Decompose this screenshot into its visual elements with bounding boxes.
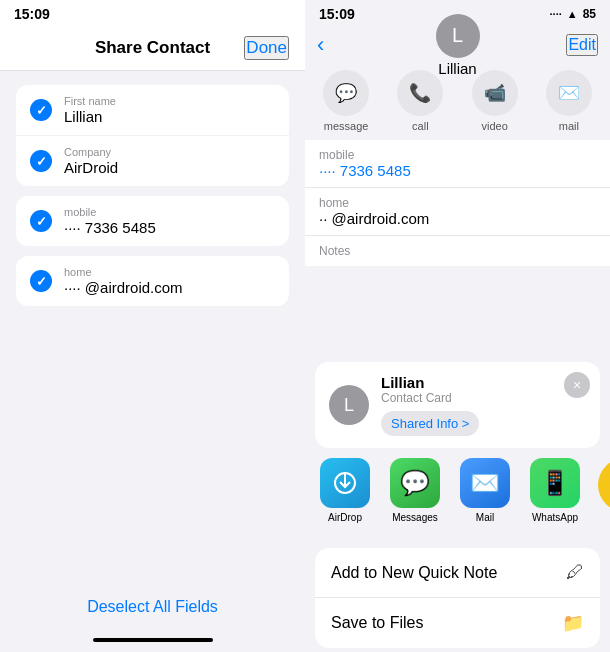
first-name-value: Lillian	[64, 108, 116, 125]
contact-avatar: L	[436, 14, 480, 58]
name-company-card: ✓ First name Lillian ✓ Company AirDroid	[16, 85, 289, 186]
first-name-checkbox[interactable]: ✓	[30, 99, 52, 121]
company-field: ✓ Company AirDroid	[16, 136, 289, 186]
left-status-bar: 15:09	[0, 0, 305, 28]
left-status-time: 15:09	[14, 6, 50, 22]
rainy-avatar: 🎅 👻	[598, 458, 610, 512]
share-card-subtitle: Contact Card	[381, 391, 479, 405]
quick-note-icon: 🖊	[566, 562, 584, 583]
call-icon: 📞	[397, 70, 443, 116]
right-panel: 15:09 ···· ▲ 85 ‹ L Lillian Edit 💬 messa…	[305, 0, 610, 652]
phone-value: ···· 7336 5485	[64, 219, 156, 236]
deselect-all-button[interactable]: Deselect All Fields	[87, 598, 218, 616]
mobile-label: mobile	[319, 148, 596, 162]
mail-app-label: Mail	[476, 512, 494, 523]
mobile-value[interactable]: ···· 7336 5485	[319, 162, 596, 179]
home-label: home	[319, 196, 596, 210]
phone-card: ✓ mobile ···· 7336 5485	[16, 196, 289, 246]
airdrop-app[interactable]: AirDrop	[315, 458, 375, 538]
email-info: home ···· @airdroid.com	[64, 266, 183, 296]
checkmark-icon: ✓	[36, 274, 47, 289]
notes-label: Notes	[319, 244, 596, 258]
home-row: home ·· @airdroid.com	[305, 188, 610, 236]
home-value[interactable]: ·· @airdroid.com	[319, 210, 596, 227]
left-header: Share Contact Done	[0, 28, 305, 71]
left-bottom: Deselect All Fields	[0, 582, 305, 632]
share-contact-title: Share Contact	[95, 38, 210, 58]
checkmark-icon: ✓	[36, 103, 47, 118]
mail-icon: ✉️	[546, 70, 592, 116]
first-name-info: First name Lillian	[64, 95, 116, 125]
messages-app[interactable]: 💬 Messages	[385, 458, 445, 538]
airdrop-icon	[320, 458, 370, 508]
contact-detail-list: mobile ···· 7336 5485 home ·· @airdroid.…	[305, 140, 610, 266]
share-sheet: L Lillian Contact Card Shared Info > × A…	[305, 352, 610, 652]
company-checkbox[interactable]: ✓	[30, 150, 52, 172]
company-label: Company	[64, 146, 118, 158]
email-card: ✓ home ···· @airdroid.com	[16, 256, 289, 306]
left-content: ✓ First name Lillian ✓ Company AirDroid	[0, 71, 305, 582]
contact-header: ‹ L Lillian Edit	[305, 28, 610, 64]
contact-name: Lillian	[438, 60, 476, 77]
add-quick-note-label: Add to New Quick Note	[331, 564, 497, 582]
signal-icon: ····	[550, 8, 562, 20]
video-label: video	[481, 120, 507, 132]
save-to-files-item[interactable]: Save to Files 📁	[315, 598, 600, 648]
share-card-header: L Lillian Contact Card Shared Info > ×	[315, 362, 600, 448]
share-initial: L	[344, 395, 354, 416]
mobile-row: mobile ···· 7336 5485	[305, 140, 610, 188]
share-close-button[interactable]: ×	[564, 372, 590, 398]
airdrop-label: AirDrop	[328, 512, 362, 523]
share-card-name: Lillian	[381, 374, 479, 391]
share-card-info: Lillian Contact Card Shared Info >	[381, 374, 479, 436]
checkmark-icon: ✓	[36, 154, 47, 169]
battery-icon: 85	[583, 7, 596, 21]
app-row: AirDrop 💬 Messages ✉️ Mail 📱 WhatsApp	[305, 448, 610, 542]
contact-name-center: L Lillian	[436, 14, 480, 77]
mail-app-icon: ✉️	[460, 458, 510, 508]
back-button[interactable]: ‹	[317, 34, 324, 56]
phone-field: ✓ mobile ···· 7336 5485	[16, 196, 289, 246]
mail-label: mail	[559, 120, 579, 132]
add-quick-note-item[interactable]: Add to New Quick Note 🖊	[315, 548, 600, 598]
contact-initial: L	[452, 24, 463, 47]
email-value: ···· @airdroid.com	[64, 279, 183, 296]
whatsapp-app[interactable]: 📱 WhatsApp	[525, 458, 585, 538]
email-checkbox[interactable]: ✓	[30, 270, 52, 292]
email-label: home	[64, 266, 183, 278]
message-label: message	[324, 120, 369, 132]
first-name-field: ✓ First name Lillian	[16, 85, 289, 136]
mail-app[interactable]: ✉️ Mail	[455, 458, 515, 538]
call-label: call	[412, 120, 429, 132]
save-files-icon: 📁	[562, 612, 584, 634]
rainy-contact-app[interactable]: 🎅 👻 rainy c	[595, 458, 610, 538]
call-action[interactable]: 📞 call	[390, 70, 450, 132]
message-action[interactable]: 💬 message	[316, 70, 376, 132]
mail-action[interactable]: ✉️ mail	[539, 70, 599, 132]
checkmark-icon: ✓	[36, 214, 47, 229]
edit-button[interactable]: Edit	[566, 34, 598, 56]
wifi-icon: ▲	[567, 8, 578, 20]
phone-label: mobile	[64, 206, 156, 218]
email-field: ✓ home ···· @airdroid.com	[16, 256, 289, 306]
done-button[interactable]: Done	[244, 36, 289, 60]
whatsapp-label: WhatsApp	[532, 512, 578, 523]
action-list: Add to New Quick Note 🖊 Save to Files 📁	[315, 548, 600, 648]
status-icons: ···· ▲ 85	[550, 7, 596, 21]
left-panel: 15:09 Share Contact Done ✓ First name Li…	[0, 0, 305, 652]
first-name-label: First name	[64, 95, 116, 107]
whatsapp-icon: 📱	[530, 458, 580, 508]
company-value: AirDroid	[64, 159, 118, 176]
video-action[interactable]: 📹 video	[465, 70, 525, 132]
video-icon: 📹	[472, 70, 518, 116]
phone-info: mobile ···· 7336 5485	[64, 206, 156, 236]
save-to-files-label: Save to Files	[331, 614, 423, 632]
shared-info-button[interactable]: Shared Info >	[381, 411, 479, 436]
messages-icon: 💬	[390, 458, 440, 508]
messages-label: Messages	[392, 512, 438, 523]
phone-checkbox[interactable]: ✓	[30, 210, 52, 232]
right-status-time: 15:09	[319, 6, 355, 22]
company-info: Company AirDroid	[64, 146, 118, 176]
home-indicator	[93, 638, 213, 642]
share-avatar: L	[329, 385, 369, 425]
